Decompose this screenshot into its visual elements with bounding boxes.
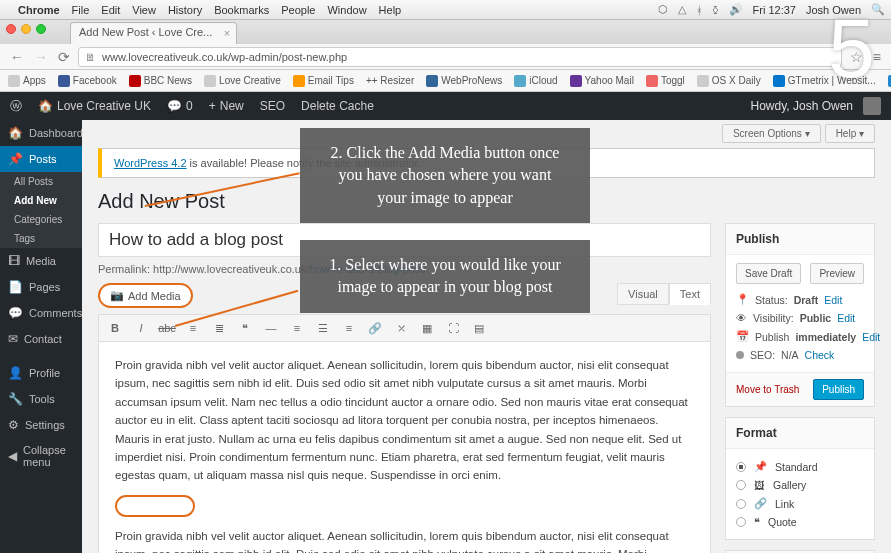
sidebar-collapse[interactable]: ◀Collapse menu [0,438,82,474]
sidebar-sub-all-posts[interactable]: All Posts [0,172,82,191]
menu-file[interactable]: File [72,4,90,16]
tb-hr[interactable]: — [261,319,281,337]
pin-icon: 📌 [8,152,23,166]
tb-bold[interactable]: B [105,319,125,337]
tb-ol[interactable]: ≣ [209,319,229,337]
tb-more[interactable]: ▦ [417,319,437,337]
sidebar-item-tools[interactable]: 🔧Tools [0,386,82,412]
preview-button[interactable]: Preview [810,263,864,284]
bm-item[interactable]: ++ Resizer [366,75,414,86]
editor-tab-text[interactable]: Text [669,283,711,305]
gdrive-icon[interactable]: △ [678,3,686,16]
menu-edit[interactable]: Edit [101,4,120,16]
tb-unlink[interactable]: ⤫ [391,319,411,337]
wp-site-link[interactable]: 🏠 Love Creative UK [38,99,151,113]
bm-item[interactable]: BBC News [129,75,192,87]
sidebar-sub-tags[interactable]: Tags [0,229,82,248]
wp-new-link[interactable]: + New [209,99,244,113]
sidebar-sub-add-new[interactable]: Add New [0,191,82,210]
pushpin-icon: 📌 [754,460,767,473]
tb-link[interactable]: 🔗 [365,319,385,337]
wp-comments-link[interactable]: 💬 0 [167,99,193,113]
tb-align-center[interactable]: ☰ [313,319,333,337]
collapse-icon: ◀ [8,449,17,463]
wp-howdy[interactable]: Howdy, Josh Owen [751,99,854,113]
save-draft-button[interactable]: Save Draft [736,263,801,284]
bm-item[interactable]: Email Tips [293,75,354,87]
sidebar-item-profile[interactable]: 👤Profile [0,360,82,386]
wifi-icon[interactable]: ⧲ [713,4,719,16]
window-zoom-button[interactable] [36,24,46,34]
sidebar-item-media[interactable]: 🎞Media [0,248,82,274]
menu-window[interactable]: Window [327,4,366,16]
tb-strike[interactable]: abc [157,319,177,337]
menu-clock[interactable]: Fri 12:37 [753,4,796,16]
avatar[interactable] [863,97,881,115]
bluetooth-icon[interactable]: ᚼ [696,4,703,16]
app-name[interactable]: Chrome [18,4,60,16]
tb-quote[interactable]: ❝ [235,319,255,337]
edit-schedule-link[interactable]: Edit [862,331,880,343]
format-quote[interactable]: ❝Quote [736,513,864,531]
move-to-trash-link[interactable]: Move to Trash [736,384,799,395]
wp-logo-icon[interactable]: ⓦ [10,98,22,115]
publish-metabox: Publish Save Draft Preview 📍Status: Draf… [725,223,875,407]
body-paragraph: Proin gravida nibh vel velit auctor aliq… [115,527,694,553]
format-link[interactable]: 🔗Link [736,494,864,513]
tb-italic[interactable]: I [131,319,151,337]
pin-icon: 📍 [736,293,749,306]
help-toggle[interactable]: Help ▾ [825,124,875,143]
wp-seo-link[interactable]: SEO [260,99,285,113]
menu-bookmarks[interactable]: Bookmarks [214,4,269,16]
bm-item[interactable]: Toggl [646,75,685,87]
editor-tab-visual[interactable]: Visual [617,283,669,305]
sidebar-sub-categories[interactable]: Categories [0,210,82,229]
tb-toggle[interactable]: ▤ [469,319,489,337]
wp-admin-sidebar: 🏠Dashboard 📌Posts All Posts Add New Cate… [0,120,82,553]
cursor-highlight [115,495,195,517]
sidebar-item-pages[interactable]: 📄Pages [0,274,82,300]
edit-visibility-link[interactable]: Edit [837,312,855,324]
bm-item[interactable]: Love Creative [204,75,281,87]
seo-check-link[interactable]: Check [805,349,835,361]
tb-align-right[interactable]: ≡ [339,319,359,337]
sidebar-item-comments[interactable]: 💬Comments [0,300,82,326]
bm-item[interactable]: WebProNews [426,75,502,87]
format-gallery[interactable]: 🖼Gallery [736,476,864,494]
edit-status-link[interactable]: Edit [824,294,842,306]
reload-button[interactable]: ⟳ [56,49,72,65]
menu-people[interactable]: People [281,4,315,16]
dropbox-icon[interactable]: ⬡ [658,3,668,16]
browser-tab[interactable]: Add New Post ‹ Love Cre... × [70,22,237,44]
publish-button[interactable]: Publish [813,379,864,400]
sidebar-item-dashboard[interactable]: 🏠Dashboard [0,120,82,146]
tb-align-left[interactable]: ≡ [287,319,307,337]
tb-fullscreen[interactable]: ⛶ [443,319,463,337]
add-media-button[interactable]: 📷 Add Media [98,283,193,308]
address-bar[interactable]: 🗎 www.lovecreativeuk.co.uk/wp-admin/post… [78,47,842,67]
wp-admin-bar: ⓦ 🏠 Love Creative UK 💬 0 + New SEO Delet… [0,92,891,120]
bm-item[interactable]: OS X Daily [697,75,761,87]
comment-icon: 💬 [8,306,23,320]
menu-history[interactable]: History [168,4,202,16]
window-close-button[interactable] [6,24,16,34]
bm-item[interactable]: Facebook [58,75,117,87]
volume-icon[interactable]: 🔊 [729,3,743,16]
tab-close-icon[interactable]: × [224,27,230,39]
window-minimize-button[interactable] [21,24,31,34]
screen-options-toggle[interactable]: Screen Options ▾ [722,124,821,143]
sidebar-item-settings[interactable]: ⚙Settings [0,412,82,438]
format-standard[interactable]: 📌Standard [736,457,864,476]
bm-apps[interactable]: Apps [8,75,46,87]
update-link[interactable]: WordPress 4.2 [114,157,187,169]
sidebar-item-posts[interactable]: 📌Posts [0,146,82,172]
menu-help[interactable]: Help [379,4,402,16]
wp-cache-link[interactable]: Delete Cache [301,99,374,113]
sidebar-item-contact[interactable]: ✉Contact [0,326,82,352]
menu-view[interactable]: View [132,4,156,16]
back-button[interactable]: ← [8,49,26,65]
editor-content[interactable]: Proin gravida nibh vel velit auctor aliq… [98,342,711,553]
calendar-icon: 📅 [736,330,749,343]
bm-item[interactable]: iCloud [514,75,557,87]
bm-item[interactable]: Yahoo Mail [570,75,634,87]
